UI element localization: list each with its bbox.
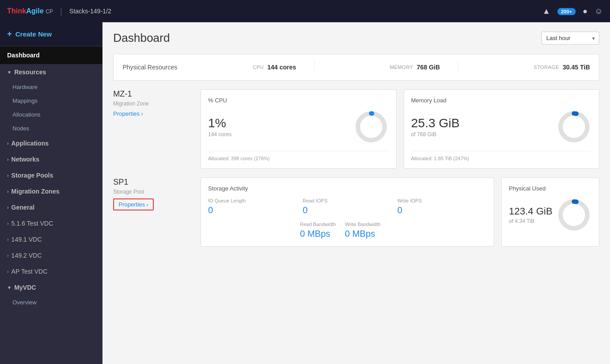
mz1-type: Migration Zone (113, 101, 193, 107)
storage-activity-card: Storage Activity IO Queue Length 0 Read … (201, 178, 494, 247)
cpu-card-sub: 144 cores (208, 131, 232, 138)
page-title: Dashboard (113, 31, 170, 45)
mz1-label-col: MZ-1 Migration Zone Properties › (113, 89, 193, 117)
notifications-wrap[interactable]: 200+ (557, 8, 576, 15)
plus-icon: + (7, 29, 12, 39)
sidebar-vdc-1492[interactable]: › 149.2 VDC (0, 247, 102, 263)
cpu-card-footer: Allocated: 398 cores (276%) (208, 151, 389, 161)
sp1-type: Storage Pool (113, 189, 193, 195)
storage-grid-row2: Read Bandwidth 0 MBps Write Bandwidth 0 … (208, 222, 487, 239)
mz1-cards: % CPU 1% 144 cores Alloc (201, 89, 599, 169)
write-iops-label: Write IOPS (397, 198, 487, 203)
memory-donut-svg (556, 109, 592, 145)
write-bw-label: Write Bandwidth (345, 222, 381, 227)
mz1-row: MZ-1 Migration Zone Properties › % CPU 1… (113, 89, 599, 169)
sidebar-vdc-516[interactable]: › 5.1.6 Test VDC (0, 215, 102, 231)
chevron-right-icon-6: › (7, 221, 8, 226)
read-bw-value: 0 MBps (300, 229, 336, 239)
sidebar-item-allocations[interactable]: Allocations (0, 108, 102, 121)
read-iops-item: Read IOPS 0 (303, 198, 392, 215)
svg-point-4 (561, 202, 587, 228)
vdc-aptest-label: AP Test VDC (11, 268, 47, 275)
svg-point-2 (561, 113, 587, 140)
storage-stat: STORAGE 30.45 TiB (534, 64, 590, 71)
memory-card: Memory Load 25.3 GiB of 768 GiB (404, 89, 600, 169)
sp1-label-col: SP1 Storage Pool Properties › (113, 178, 193, 210)
sidebar-item-dashboard[interactable]: Dashboard (0, 46, 102, 64)
sidebar-item-nodes[interactable]: Nodes (0, 121, 102, 135)
vdc-1491-label: 149.1 VDC (11, 236, 41, 243)
chevron-right-icon-7: › (7, 237, 8, 242)
chevron-right-icon-8: › (7, 253, 8, 258)
physical-used-sub: of 4.34 TiB (509, 218, 553, 224)
phys-divider-1 (314, 61, 315, 74)
memory-card-sub: of 768 GiB (411, 131, 460, 138)
sidebar-section-applications[interactable]: › Applications (0, 135, 102, 151)
read-bw-item: Read Bandwidth 0 MBps (300, 222, 336, 239)
chevron-down-icon: ▼ (7, 70, 12, 75)
write-bw-value: 0 MBps (345, 229, 381, 239)
time-range-select[interactable]: Last hour Last 6 hours Last day Last wee… (541, 32, 599, 44)
upload-icon[interactable]: ▲ (542, 7, 550, 16)
svg-point-0 (358, 113, 385, 140)
memory-card-value: 25.3 GiB (411, 116, 460, 130)
general-label: General (11, 204, 34, 211)
sidebar-section-general[interactable]: › General (0, 199, 102, 215)
time-range-select-wrap[interactable]: Last hour Last 6 hours Last day Last wee… (541, 32, 599, 44)
cpu-donut (353, 109, 389, 145)
physical-used-card: Physical Used 123.4 GiB of 4.34 TiB (501, 178, 599, 247)
sidebar: + Create New Dashboard ▼ Resources Hardw… (0, 22, 102, 364)
chevron-right-icon-3: › (7, 173, 8, 178)
notification-badge[interactable]: 200+ (557, 8, 576, 15)
storage-value: 30.45 TiB (563, 64, 590, 71)
io-queue-item: IO Queue Length 0 (208, 198, 297, 215)
sidebar-section-migration-zones[interactable]: › Migration Zones (0, 183, 102, 199)
sp1-row: SP1 Storage Pool Properties › Storage Ac… (113, 178, 599, 247)
chevron-right-icon-9: › (7, 269, 8, 274)
mz1-name: MZ-1 (113, 89, 193, 99)
dashboard-label: Dashboard (7, 52, 40, 59)
global-icon[interactable]: ● (583, 7, 588, 16)
cpu-value: 144 cores (267, 64, 296, 71)
create-new-button[interactable]: + Create New (0, 22, 102, 46)
sidebar-vdc-1491[interactable]: › 149.1 VDC (0, 231, 102, 247)
chevron-right-icon-5: › (7, 205, 8, 210)
physical-used-values: 123.4 GiB of 4.34 TiB (509, 206, 553, 224)
sidebar-item-hardware[interactable]: Hardware (0, 80, 102, 94)
memory-label: MEMORY (390, 65, 413, 70)
migration-zones-label: Migration Zones (11, 188, 59, 195)
sidebar-section-resources[interactable]: ▼ Resources (0, 64, 102, 80)
storage-label: STORAGE (534, 65, 559, 70)
mz1-properties-link[interactable]: Properties › (113, 110, 143, 117)
io-queue-value: 0 (208, 205, 297, 215)
sidebar-item-overview[interactable]: Overview (0, 295, 102, 309)
chevron-right-icon: › (7, 141, 8, 146)
sidebar-vdc-aptest[interactable]: › AP Test VDC (0, 263, 102, 279)
phys-divider-2 (458, 61, 458, 74)
memory-card-values: 25.3 GiB of 768 GiB (411, 116, 460, 138)
overview-label: Overview (12, 299, 37, 306)
sidebar-item-mappings[interactable]: Mappings (0, 94, 102, 108)
create-new-label: Create New (16, 30, 52, 38)
user-icon[interactable]: ☺ (595, 7, 603, 16)
physical-used-value: 123.4 GiB (509, 206, 553, 217)
cpu-card-value: 1% (208, 116, 232, 130)
write-iops-item: Write IOPS 0 (397, 198, 487, 215)
logo-cp: CP (45, 8, 53, 15)
topbar-divider: | (60, 7, 62, 16)
chevron-right-icon-2: › (7, 157, 8, 162)
physical-used-title: Physical Used (509, 185, 592, 192)
write-iops-value: 0 (397, 205, 487, 215)
sidebar-section-myvdc[interactable]: ▼ MyVDC (0, 279, 102, 295)
app-logo: ThinkAgile CP (7, 7, 53, 15)
sp1-properties-link[interactable]: Properties › (113, 198, 154, 210)
main-content: Dashboard Last hour Last 6 hours Last da… (102, 22, 610, 364)
sidebar-section-networks[interactable]: › Networks (0, 151, 102, 167)
physical-used-donut (556, 197, 592, 233)
chevron-right-icon-4: › (7, 189, 8, 194)
sidebar-section-storage-pools[interactable]: › Storage Pools (0, 167, 102, 183)
read-iops-value: 0 (303, 205, 392, 215)
write-bw-item: Write Bandwidth 0 MBps (345, 222, 381, 239)
main-header: Dashboard Last hour Last 6 hours Last da… (113, 31, 599, 45)
applications-label: Applications (11, 140, 49, 147)
